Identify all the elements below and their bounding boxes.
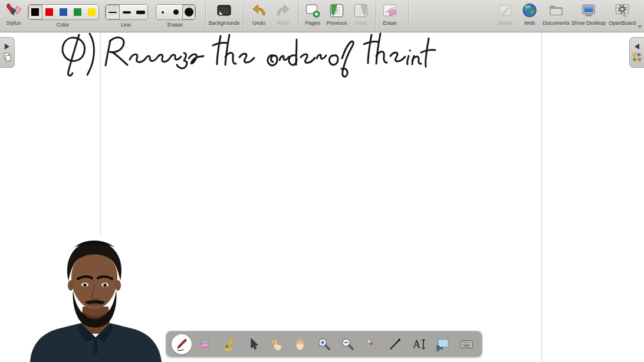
handwriting-strokes [53,28,448,84]
next-page-label: Next [351,20,370,26]
pages-label: Pages [301,20,324,26]
line-medium-option[interactable] [120,5,134,19]
toolbar-separator [205,2,206,29]
openboard-window: Stylus Color Line Eraser [0,0,644,362]
undo-label: Undo [248,20,270,26]
line-thick-option[interactable] [133,5,147,19]
library-icon [632,52,642,62]
presenter-portrait [27,236,165,362]
color-swatch-yellow[interactable] [84,5,98,19]
expand-left-icon [635,44,639,50]
document-navigator-tab[interactable] [0,37,15,68]
toolbar-separator [408,2,409,29]
capture-tool[interactable] [433,334,453,354]
redo-label: Redo [272,20,294,26]
show-desktop-button[interactable]: Show Desktop [571,2,606,26]
board-mode-label: Board [492,20,518,26]
undo-icon [248,2,270,19]
pages-stack-icon [4,52,11,61]
openboard-settings-button[interactable]: OpenBoard [605,2,639,26]
board-mode-icon [492,2,518,19]
color-swatch-green[interactable] [70,5,84,19]
interact-tool[interactable] [267,334,287,354]
web-button[interactable]: Web [520,2,540,26]
zoom-out-tool[interactable] [338,334,358,354]
library-tab[interactable] [629,37,644,68]
redo-button: Redo [272,2,294,26]
zoom-in-tool[interactable] [314,334,334,354]
previous-page-label: Previous [323,20,350,26]
eraser-tool[interactable] [195,334,215,354]
color-swatch-blue[interactable] [57,5,71,19]
line-thin-option[interactable] [106,5,120,19]
color-label: Color [28,22,98,28]
previous-page-icon [323,2,350,19]
toolbar-separator [244,2,245,29]
marker-tool[interactable] [219,334,239,354]
line-width-group [105,4,148,20]
board-mode-button: Board [492,2,518,26]
stylus-palette: A [166,331,482,357]
stylus-icon [1,2,26,19]
eraser-large-option[interactable] [182,5,195,19]
expand-right-icon [5,44,9,50]
documents-folder-icon [540,2,572,19]
stylus-button[interactable]: Stylus [1,2,26,26]
openboard-settings-label: OpenBoard [605,20,639,26]
stylus-label: Stylus [1,20,26,26]
hand-tool[interactable] [290,334,310,354]
eraser-medium-option[interactable] [169,5,182,19]
erase-button[interactable]: Erase [379,2,401,26]
toolbar-separator [298,2,300,29]
backgrounds-icon [208,2,241,19]
color-group [28,4,99,20]
toolbar-overflow-icon[interactable] [638,25,642,28]
pages-button[interactable]: Pages [301,2,324,26]
backgrounds-button[interactable]: Backgrounds [208,2,241,26]
documents-label: Documents [540,20,572,26]
line-label: Line [105,22,147,28]
selector-tool[interactable] [243,334,263,354]
show-desktop-label: Show Desktop [571,20,606,26]
presenter-webcam-video [27,236,165,362]
eraser-label: Eraser [156,22,195,28]
color-swatch-red[interactable] [42,5,57,19]
toolbar-separator [376,2,377,29]
next-page-icon [351,2,370,19]
erase-label: Erase [379,20,401,26]
documents-button[interactable]: Documents [540,2,572,26]
web-label: Web [520,20,540,26]
redo-icon [272,2,294,19]
laser-pointer-tool[interactable] [362,334,382,354]
pages-icon [301,2,324,19]
undo-button[interactable]: Undo [248,2,270,26]
gear-icon [605,2,639,19]
web-globe-icon [520,2,540,19]
backgrounds-label: Backgrounds [208,20,241,26]
eraser-small-option[interactable] [156,5,169,19]
svg-text:A: A [413,338,420,350]
text-tool[interactable]: A [409,334,429,354]
erase-icon [379,2,401,19]
pen-tool[interactable] [172,334,192,354]
whiteboard-canvas[interactable] [0,32,644,362]
color-swatch-black[interactable] [28,5,42,19]
show-desktop-icon [571,2,606,19]
keyboard-tool[interactable] [456,334,477,354]
previous-page-button[interactable]: Previous [323,2,350,26]
eraser-size-group [156,4,196,20]
line-tool[interactable] [385,334,405,354]
page-edge-right [541,32,543,362]
next-page-button: Next [351,2,370,26]
